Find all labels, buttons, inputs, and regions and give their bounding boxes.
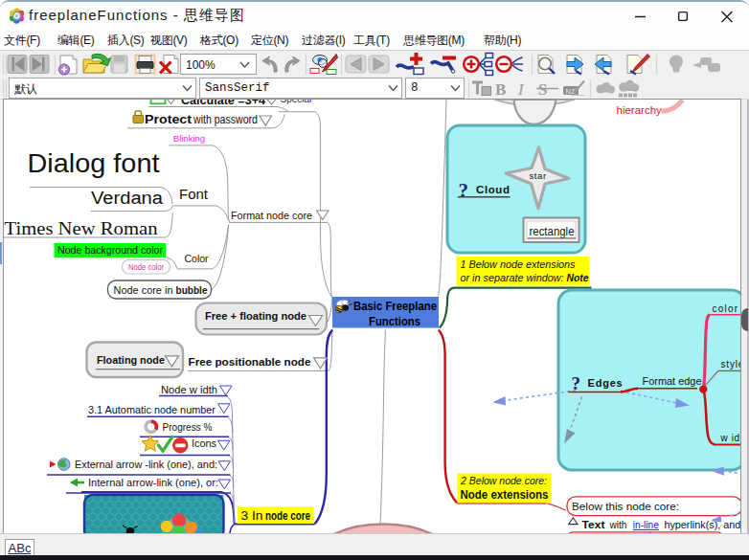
svg-text:hyperlink(s), and: hyperlink(s), and <box>664 519 740 530</box>
svg-text:Format node core: Format node core <box>231 211 312 221</box>
svg-text:Node core in: Node core in <box>114 284 173 296</box>
svg-text:External arrow -link (one), an: External arrow -link (one), and: <box>75 459 217 470</box>
svg-text:in-line: in-line <box>633 519 659 530</box>
svg-text:Basic Freeplane: Basic Freeplane <box>353 299 437 313</box>
svg-text:Progress %: Progress % <box>163 422 213 433</box>
svg-text:Node background color: Node background color <box>57 245 164 256</box>
svg-text:color: color <box>713 303 739 314</box>
svg-text:Verdana: Verdana <box>91 189 164 208</box>
svg-text:Format edge: Format edge <box>643 375 702 387</box>
svg-text:Color: Color <box>185 253 210 264</box>
svg-text:2 Below node core:: 2 Below node core: <box>460 475 547 486</box>
svg-text:Free + floating node: Free + floating node <box>205 310 306 322</box>
svg-text:NZ: NZ <box>566 87 576 96</box>
svg-text:1 Below node extensions: 1 Below node extensions <box>461 258 576 270</box>
svg-text:Note: Note <box>567 272 589 283</box>
svg-text:with: with <box>609 519 627 530</box>
svg-text:Text: Text <box>582 519 605 530</box>
svg-text:star: star <box>530 170 547 181</box>
svg-text:Font: Font <box>179 186 209 202</box>
svg-text:Blinking: Blinking <box>173 133 205 144</box>
svg-text:Below this node core:: Below this node core: <box>572 501 679 512</box>
svg-text:Node w idth: Node w idth <box>161 385 217 395</box>
svg-text:Times New Roman: Times New Roman <box>5 218 158 238</box>
svg-text:hierarchy: hierarchy <box>617 104 663 116</box>
svg-text:rectangle: rectangle <box>530 225 575 238</box>
svg-text:Edges: Edges <box>588 377 624 389</box>
svg-text:bubble: bubble <box>176 284 208 296</box>
svg-text:with password: with password <box>193 113 258 126</box>
svg-text:3 In: 3 In <box>241 509 263 523</box>
svg-text:Calculate =3+4: Calculate =3+4 <box>181 100 265 107</box>
svg-text:Dialog font: Dialog font <box>28 147 160 178</box>
svg-text:I: I <box>517 80 525 99</box>
svg-text:Cloud: Cloud <box>476 184 511 195</box>
svg-text:Node extensions: Node extensions <box>461 488 549 502</box>
svg-text:Functions: Functions <box>369 314 420 328</box>
svg-text:Internal arrow-link (one), or:: Internal arrow-link (one), or: <box>88 478 218 488</box>
svg-text:or in separate window:: or in separate window: <box>461 272 564 283</box>
svg-text:Icons: Icons <box>192 438 216 449</box>
svg-text:B: B <box>495 80 506 99</box>
svg-text:?: ? <box>459 179 469 202</box>
svg-text:100%: 100% <box>186 58 216 72</box>
svg-text:Special: Special <box>281 100 312 104</box>
svg-text:node core: node core <box>265 509 310 523</box>
svg-text:Floating node: Floating node <box>97 354 165 366</box>
svg-text:Protect: Protect <box>145 113 192 126</box>
svg-text:w idth: w idth <box>720 433 741 443</box>
svg-text:style: style <box>721 359 741 370</box>
svg-text:Node color: Node color <box>128 261 164 272</box>
svg-text:?: ? <box>572 373 581 393</box>
svg-text:Free positionable node: Free positionable node <box>189 356 311 368</box>
svg-text:3.1 Automatic node number: 3.1 Automatic node number <box>88 405 216 415</box>
